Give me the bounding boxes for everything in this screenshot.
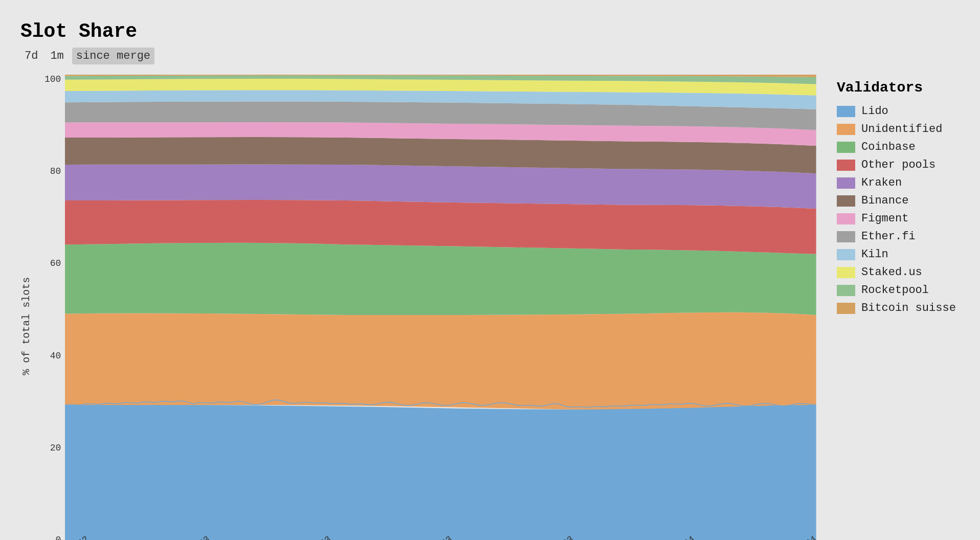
legend-swatch-kiln bbox=[837, 249, 855, 260]
legend-label-coinbase: Coinbase bbox=[861, 141, 916, 153]
legend-title: Validators bbox=[837, 80, 970, 96]
chart-inner: 0 20 40 60 80 100 bbox=[44, 75, 816, 540]
legend-item-unidentified: Unidentified bbox=[837, 123, 970, 136]
legend-swatch-stakedus bbox=[837, 267, 855, 278]
y-tick-20: 20 bbox=[44, 443, 61, 453]
legend-swatch-kraken bbox=[837, 177, 855, 189]
legend-item-bitcoin-suisse: Bitcoin suisse bbox=[837, 302, 970, 314]
legend: Validators Lido Unidentified Coinbase Ot… bbox=[827, 75, 970, 540]
y-tick-40: 40 bbox=[44, 351, 61, 361]
y-tick-0: 0 bbox=[44, 535, 61, 540]
y-tick-100: 100 bbox=[44, 75, 61, 84]
chart-title: Slot Share bbox=[20, 20, 970, 42]
chart-area: % of total slots 0 20 40 60 80 100 bbox=[20, 75, 970, 540]
chart-svg-wrapper bbox=[65, 75, 816, 540]
legend-item-etherfi: Ether.fi bbox=[837, 230, 970, 243]
legend-item-coinbase: Coinbase bbox=[837, 141, 970, 153]
legend-item-lido: Lido bbox=[837, 105, 970, 118]
btn-1m[interactable]: 1m bbox=[46, 48, 68, 64]
legend-item-kiln: Kiln bbox=[837, 248, 970, 261]
legend-item-binance: Binance bbox=[837, 194, 970, 207]
legend-label-etherfi: Ether.fi bbox=[861, 230, 916, 243]
legend-swatch-figment bbox=[837, 213, 855, 224]
chart-container: Slot Share 7d 1m since merge % of total … bbox=[0, 0, 980, 540]
legend-swatch-rocketpool bbox=[837, 285, 855, 296]
legend-item-stakedus: Staked.us bbox=[837, 266, 970, 279]
legend-swatch-binance bbox=[837, 195, 855, 207]
y-axis-label: % of total slots bbox=[20, 75, 32, 540]
y-ticks: 0 20 40 60 80 100 bbox=[44, 75, 61, 540]
legend-item-figment: Figment bbox=[837, 212, 970, 225]
legend-swatch-coinbase bbox=[837, 142, 855, 153]
legend-label-kraken: Kraken bbox=[861, 176, 902, 189]
legend-label-figment: Figment bbox=[861, 212, 908, 225]
legend-swatch-bitcoin-suisse bbox=[837, 303, 855, 314]
btn-7d[interactable]: 7d bbox=[20, 48, 42, 64]
legend-swatch-other-pools bbox=[837, 160, 855, 171]
legend-item-other-pools: Other pools bbox=[837, 159, 970, 171]
legend-label-unidentified: Unidentified bbox=[861, 123, 942, 136]
legend-item-kraken: Kraken bbox=[837, 176, 970, 189]
chart-with-axes: 0 20 40 60 80 100 bbox=[44, 75, 816, 540]
legend-swatch-lido bbox=[837, 106, 855, 117]
legend-swatch-unidentified bbox=[837, 124, 855, 135]
y-tick-80: 80 bbox=[44, 167, 61, 176]
time-filter-group: 7d 1m since merge bbox=[20, 48, 970, 64]
legend-label-lido: Lido bbox=[861, 105, 888, 118]
legend-label-other-pools: Other pools bbox=[861, 159, 936, 171]
legend-swatch-etherfi bbox=[837, 231, 855, 242]
stacked-area-chart bbox=[65, 75, 816, 540]
coinbase-area bbox=[65, 243, 816, 315]
legend-label-binance: Binance bbox=[861, 194, 908, 207]
legend-label-bitcoin-suisse: Bitcoin suisse bbox=[861, 302, 956, 314]
legend-item-rocketpool: Rocketpool bbox=[837, 284, 970, 297]
legend-label-rocketpool: Rocketpool bbox=[861, 284, 929, 297]
btn-since-merge[interactable]: since merge bbox=[72, 48, 154, 64]
legend-label-kiln: Kiln bbox=[861, 248, 888, 261]
legend-label-stakedus: Staked.us bbox=[861, 266, 922, 279]
unidentified-area bbox=[65, 312, 816, 410]
lido-area bbox=[65, 405, 816, 540]
y-tick-60: 60 bbox=[44, 259, 61, 268]
